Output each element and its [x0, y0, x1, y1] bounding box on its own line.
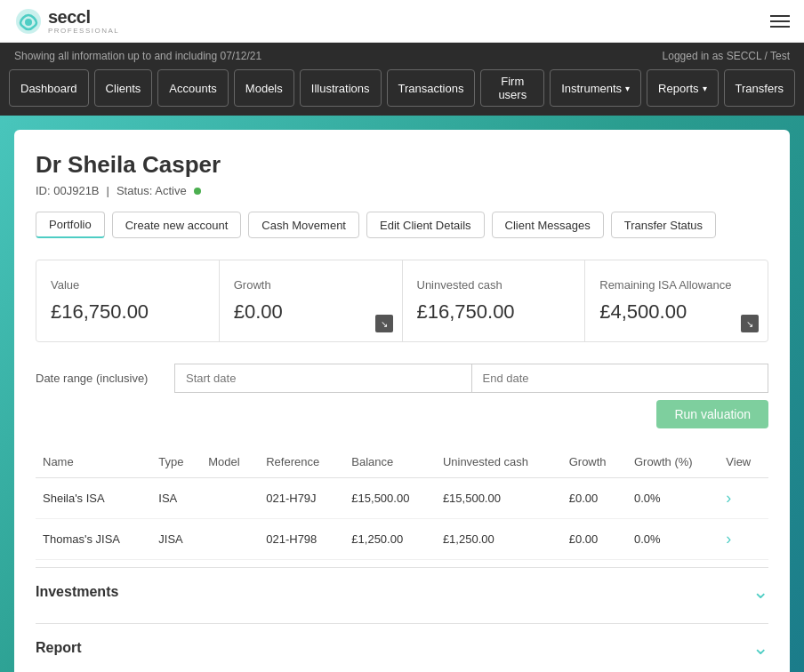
date-inputs	[174, 364, 768, 393]
stat-growth-amount: £0.00	[234, 300, 388, 324]
row2-growth: £0.00	[562, 519, 627, 560]
investments-section-header[interactable]: Investments ⌄	[36, 567, 768, 616]
end-date-input[interactable]	[471, 364, 769, 393]
nav-transfers[interactable]: Transfers	[724, 69, 795, 107]
stat-isa-label: Remaining ISA Allowance	[599, 278, 753, 292]
row2-balance: £1,250.00	[344, 519, 436, 560]
client-name: Dr Sheila Casper	[36, 151, 768, 179]
edit-client-details-button[interactable]: Edit Client Details	[366, 212, 485, 238]
row1-view-arrow-icon[interactable]: ›	[726, 489, 731, 507]
row1-growth-pct: 0.0%	[627, 478, 719, 519]
stat-isa-amount: £4,500.00	[599, 300, 753, 324]
row1-model	[201, 478, 259, 519]
stat-value-amount: £16,750.00	[51, 300, 205, 324]
report-chevron-down-icon: ⌄	[752, 638, 768, 658]
col-uninvested-cash: Uninvested cash	[436, 446, 562, 478]
portfolio-button[interactable]: Portfolio	[36, 212, 105, 238]
info-left: Showing all information up to and includ…	[14, 50, 261, 62]
nav-firm-users[interactable]: Firm users	[480, 69, 544, 107]
svg-point-1	[25, 19, 32, 26]
client-meta: ID: 00J921B | Status: Active	[36, 184, 768, 197]
row1-growth: £0.00	[562, 478, 627, 519]
stat-isa-allowance: Remaining ISA Allowance £4,500.00 ↘	[585, 260, 768, 341]
stat-value: Value £16,750.00	[36, 260, 219, 341]
isa-expand-icon[interactable]: ↘	[741, 315, 759, 332]
nav-instruments[interactable]: Instruments ▾	[550, 69, 641, 107]
row2-reference: 021-H798	[259, 519, 344, 560]
row1-view[interactable]: ›	[719, 478, 768, 519]
report-section-header[interactable]: Report ⌄	[36, 623, 768, 672]
cash-movement-button[interactable]: Cash Movement	[248, 212, 359, 238]
col-growth: Growth	[562, 446, 627, 478]
row2-model	[201, 519, 259, 560]
logo-subtext: professional	[48, 27, 119, 35]
col-growth-pct: Growth (%)	[627, 446, 719, 478]
create-account-button[interactable]: Create new account	[112, 212, 242, 238]
row2-uninvested: £1,250.00	[436, 519, 562, 560]
col-balance: Balance	[344, 446, 436, 478]
client-messages-button[interactable]: Client Messages	[492, 212, 604, 238]
nav-illustrations[interactable]: Illustrations	[300, 69, 382, 107]
instruments-chevron-icon: ▾	[625, 84, 630, 93]
row2-name: Thomas's JISA	[36, 519, 151, 560]
stat-growth-label: Growth	[234, 278, 388, 292]
nav-reports[interactable]: Reports ▾	[647, 69, 719, 107]
table-row: Sheila's ISA ISA 021-H79J £15,500.00 £15…	[36, 478, 768, 519]
top-bar: seccl professional	[0, 0, 804, 43]
row2-growth-pct: 0.0%	[627, 519, 719, 560]
start-date-input[interactable]	[174, 364, 471, 393]
nav-accounts[interactable]: Accounts	[157, 69, 228, 107]
accounts-table: Name Type Model Reference Balance Uninve…	[36, 446, 768, 560]
row2-view-arrow-icon[interactable]: ›	[726, 530, 731, 548]
stat-uninvested: Uninvested cash £16,750.00	[403, 260, 585, 341]
stat-growth: Growth £0.00 ↘	[220, 260, 402, 341]
logo-text: seccl	[48, 7, 119, 27]
hamburger-menu[interactable]	[770, 15, 790, 28]
col-view: View	[719, 446, 768, 478]
row1-balance: £15,500.00	[344, 478, 436, 519]
client-id: ID: 00J921B	[36, 184, 100, 197]
row2-type: JISA	[151, 519, 201, 560]
col-type: Type	[151, 446, 201, 478]
row1-name: Sheila's ISA	[36, 478, 151, 519]
info-right: Logged in as SECCL / Test	[663, 50, 790, 62]
logo-icon	[14, 7, 43, 36]
investments-chevron-down-icon: ⌄	[752, 582, 768, 602]
reports-chevron-icon: ▾	[703, 84, 707, 93]
stat-value-label: Value	[51, 278, 205, 292]
row1-type: ISA	[151, 478, 201, 519]
row1-reference: 021-H79J	[259, 478, 344, 519]
report-section-title: Report	[36, 640, 82, 656]
investments-section-title: Investments	[36, 584, 118, 600]
col-model: Model	[201, 446, 259, 478]
row1-uninvested: £15,500.00	[436, 478, 562, 519]
transfer-status-button[interactable]: Transfer Status	[611, 212, 716, 238]
date-range-label: Date range (inclusive)	[36, 372, 160, 385]
col-reference: Reference	[259, 446, 344, 478]
nav-models[interactable]: Models	[234, 69, 294, 107]
growth-expand-icon[interactable]: ↘	[375, 315, 393, 332]
stats-row: Value £16,750.00 Growth £0.00 ↘ Uninvest…	[36, 260, 768, 342]
table-row: Thomas's JISA JISA 021-H798 £1,250.00 £1…	[36, 519, 768, 560]
run-btn-row: Run valuation	[36, 400, 768, 428]
nav-clients[interactable]: Clients	[94, 69, 153, 107]
nav-transactions[interactable]: Transactions	[387, 69, 476, 107]
status-active-dot	[194, 188, 201, 195]
action-buttons-row: Portfolio Create new account Cash Moveme…	[36, 212, 768, 238]
client-status-label: Status: Active	[117, 184, 187, 197]
run-valuation-button[interactable]: Run valuation	[656, 400, 768, 428]
stat-uninvested-amount: £16,750.00	[417, 300, 571, 324]
row2-view[interactable]: ›	[719, 519, 768, 560]
col-name: Name	[36, 446, 151, 478]
nav-dashboard[interactable]: Dashboard	[9, 69, 89, 107]
nav-bar: Dashboard Clients Accounts Models Illust…	[0, 69, 804, 116]
logo: seccl professional	[14, 7, 119, 36]
info-bar: Showing all information up to and includ…	[0, 43, 804, 69]
stat-uninvested-label: Uninvested cash	[417, 278, 571, 292]
main-content: Dr Sheila Casper ID: 00J921B | Status: A…	[14, 130, 790, 672]
